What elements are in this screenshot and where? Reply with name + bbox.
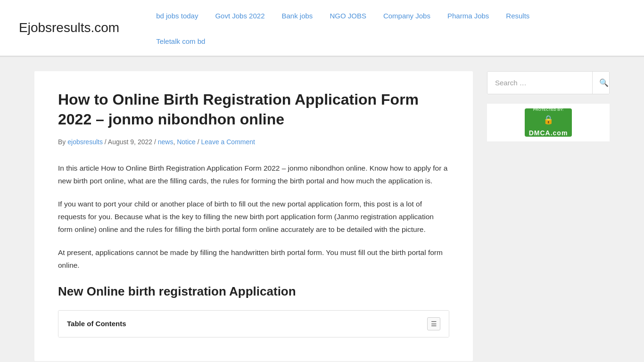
search-button[interactable]: 🔍 bbox=[592, 72, 610, 94]
nav-item-govt-jobs[interactable]: Govt Jobs 2022 bbox=[206, 0, 273, 32]
search-widget: 🔍 bbox=[487, 71, 610, 94]
section-heading-new-online: New Online birth registration Applicatio… bbox=[58, 282, 449, 302]
article-body: In this article How to Online Birth Regi… bbox=[58, 162, 449, 272]
nav-item-bd-jobs-today[interactable]: bd jobs today bbox=[148, 0, 206, 32]
nav-item-company-jobs[interactable]: Company Jobs bbox=[375, 0, 439, 32]
header-divider bbox=[0, 56, 644, 57]
dmca-lock-icon: 🔒 bbox=[543, 113, 553, 127]
article-meta: By ejobsresults / August 9, 2022 / news,… bbox=[58, 137, 449, 147]
dmca-brand-text: DMCA.com bbox=[529, 128, 568, 138]
nav-row-secondary: Teletalk com bd bbox=[148, 32, 214, 56]
search-icon: 🔍 bbox=[599, 79, 609, 87]
nav-row-primary: bd jobs today Govt Jobs 2022 Bank jobs N… bbox=[148, 0, 604, 32]
meta-author[interactable]: ejobsresults bbox=[67, 138, 103, 146]
meta-category-notice[interactable]: Notice bbox=[177, 138, 196, 146]
meta-by: By bbox=[58, 138, 66, 146]
main-article: How to Online Birth Registration Applica… bbox=[34, 71, 473, 361]
article-title: How to Online Birth Registration Applica… bbox=[58, 90, 449, 129]
nav-item-pharma-jobs[interactable]: Pharma Jobs bbox=[439, 0, 497, 32]
sidebar: 🔍 PROTECTED BY: 🔒 DMCA.com bbox=[487, 71, 610, 361]
nav-item-ngo-jobs[interactable]: NGO JOBS bbox=[321, 0, 375, 32]
toc-toggle-icon: ☰ bbox=[431, 320, 437, 328]
main-navigation: bd jobs today Govt Jobs 2022 Bank jobs N… bbox=[148, 0, 604, 56]
nav-item-results[interactable]: Results bbox=[497, 0, 538, 32]
toc-header: Table of Contents ☰ bbox=[58, 311, 449, 337]
article-paragraph-1: In this article How to Online Birth Regi… bbox=[58, 162, 449, 187]
search-input[interactable] bbox=[487, 72, 592, 93]
meta-category-news[interactable]: news bbox=[158, 138, 173, 146]
meta-date: August 9, 2022 bbox=[108, 138, 152, 146]
toc-toggle-button[interactable]: ☰ bbox=[427, 317, 440, 330]
table-of-contents-box: Table of Contents ☰ bbox=[58, 310, 449, 337]
meta-comment-link[interactable]: Leave a Comment bbox=[201, 138, 255, 146]
site-header: Ejobsresults.com bd jobs today Govt Jobs… bbox=[0, 0, 644, 56]
nav-item-teletalk[interactable]: Teletalk com bd bbox=[148, 32, 214, 51]
site-logo[interactable]: Ejobsresults.com bbox=[19, 8, 119, 48]
dmca-image: PROTECTED BY: 🔒 DMCA.com bbox=[525, 108, 572, 137]
article-paragraph-3: At present, applications cannot be made … bbox=[58, 246, 449, 272]
dmca-protected-label: PROTECTED BY: bbox=[533, 107, 564, 113]
dmca-widget: PROTECTED BY: 🔒 DMCA.com bbox=[487, 104, 610, 141]
article-paragraph-2: If you want to port your child or anothe… bbox=[58, 197, 449, 236]
search-form: 🔍 bbox=[487, 71, 610, 94]
dmca-badge[interactable]: PROTECTED BY: 🔒 DMCA.com bbox=[487, 104, 610, 141]
toc-title: Table of Contents bbox=[67, 318, 126, 329]
site-content: How to Online Birth Registration Applica… bbox=[16, 71, 628, 361]
nav-item-bank-jobs[interactable]: Bank jobs bbox=[273, 0, 322, 32]
